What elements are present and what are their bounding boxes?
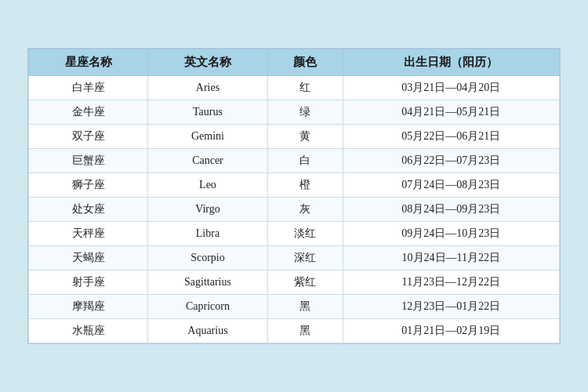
cell-r3-c0: 巨蟹座 — [29, 149, 148, 173]
cell-r1-c0: 金牛座 — [29, 100, 148, 125]
column-header: 出生日期（阳历） — [343, 49, 559, 76]
cell-r7-c3: 10月24日—11月22日 — [343, 246, 559, 270]
cell-r2-c3: 05月22日—06月21日 — [343, 125, 559, 149]
cell-r6-c3: 09月24日—10月23日 — [343, 222, 559, 246]
cell-r0-c2: 红 — [267, 76, 343, 100]
cell-r3-c1: Cancer — [148, 149, 267, 173]
table-row: 水瓶座Aquarius黑01月21日—02月19日 — [29, 319, 560, 343]
cell-r8-c3: 11月23日—12月22日 — [343, 270, 559, 295]
cell-r0-c1: Aries — [148, 76, 267, 100]
cell-r7-c1: Scorpio — [148, 246, 267, 270]
table-row: 双子座Gemini黄05月22日—06月21日 — [29, 125, 560, 149]
cell-r10-c3: 01月21日—02月19日 — [343, 319, 559, 343]
cell-r1-c1: Taurus — [148, 100, 267, 125]
cell-r5-c0: 处女座 — [29, 198, 148, 222]
table-row: 狮子座Leo橙07月24日—08月23日 — [29, 173, 560, 198]
table-row: 摩羯座Capricorn黑12月23日—01月22日 — [29, 295, 560, 319]
cell-r10-c2: 黑 — [267, 319, 343, 343]
cell-r9-c1: Capricorn — [148, 295, 267, 319]
table-header: 星座名称英文名称颜色出生日期（阳历） — [29, 49, 560, 76]
cell-r6-c1: Libra — [148, 222, 267, 246]
table-row: 金牛座Taurus绿04月21日—05月21日 — [29, 100, 560, 125]
cell-r8-c0: 射手座 — [29, 270, 148, 295]
column-header: 颜色 — [267, 49, 343, 76]
cell-r9-c0: 摩羯座 — [29, 295, 148, 319]
cell-r9-c2: 黑 — [267, 295, 343, 319]
table-body: 白羊座Aries红03月21日—04月20日金牛座Taurus绿04月21日—0… — [29, 76, 560, 343]
cell-r4-c2: 橙 — [267, 173, 343, 198]
table-row: 处女座Virgo灰08月24日—09月23日 — [29, 198, 560, 222]
cell-r10-c1: Aquarius — [148, 319, 267, 343]
cell-r3-c3: 06月22日—07月23日 — [343, 149, 559, 173]
cell-r1-c3: 04月21日—05月21日 — [343, 100, 559, 125]
cell-r1-c2: 绿 — [267, 100, 343, 125]
cell-r5-c3: 08月24日—09月23日 — [343, 198, 559, 222]
header-row: 星座名称英文名称颜色出生日期（阳历） — [29, 49, 560, 76]
cell-r5-c1: Virgo — [148, 198, 267, 222]
cell-r0-c0: 白羊座 — [29, 76, 148, 100]
column-header: 英文名称 — [148, 49, 267, 76]
cell-r2-c1: Gemini — [148, 125, 267, 149]
table-row: 射手座Sagittarius紫红11月23日—12月22日 — [29, 270, 560, 295]
table-row: 天秤座Libra淡红09月24日—10月23日 — [29, 222, 560, 246]
cell-r7-c2: 深红 — [267, 246, 343, 270]
cell-r9-c3: 12月23日—01月22日 — [343, 295, 559, 319]
cell-r2-c2: 黄 — [267, 125, 343, 149]
table-row: 天蝎座Scorpio深红10月24日—11月22日 — [29, 246, 560, 270]
cell-r7-c0: 天蝎座 — [29, 246, 148, 270]
cell-r2-c0: 双子座 — [29, 125, 148, 149]
table-row: 白羊座Aries红03月21日—04月20日 — [29, 76, 560, 100]
zodiac-table: 星座名称英文名称颜色出生日期（阳历） 白羊座Aries红03月21日—04月20… — [28, 49, 560, 343]
cell-r10-c0: 水瓶座 — [29, 319, 148, 343]
column-header: 星座名称 — [29, 49, 148, 76]
zodiac-table-container: 星座名称英文名称颜色出生日期（阳历） 白羊座Aries红03月21日—04月20… — [27, 48, 561, 344]
cell-r4-c3: 07月24日—08月23日 — [343, 173, 559, 198]
cell-r6-c0: 天秤座 — [29, 222, 148, 246]
cell-r4-c0: 狮子座 — [29, 173, 148, 198]
cell-r6-c2: 淡红 — [267, 222, 343, 246]
cell-r5-c2: 灰 — [267, 198, 343, 222]
cell-r8-c1: Sagittarius — [148, 270, 267, 295]
cell-r0-c3: 03月21日—04月20日 — [343, 76, 559, 100]
cell-r3-c2: 白 — [267, 149, 343, 173]
table-row: 巨蟹座Cancer白06月22日—07月23日 — [29, 149, 560, 173]
cell-r8-c2: 紫红 — [267, 270, 343, 295]
cell-r4-c1: Leo — [148, 173, 267, 198]
